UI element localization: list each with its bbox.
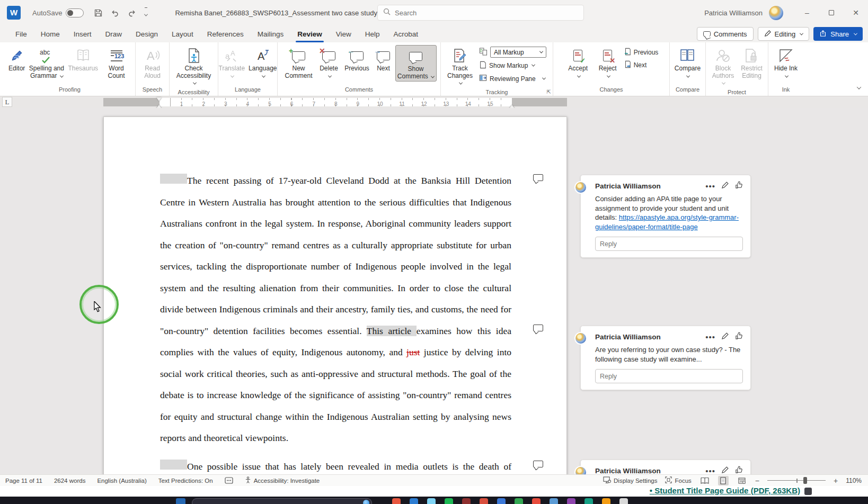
comment-anchor-icon[interactable]: [533, 174, 543, 181]
reply-input[interactable]: [595, 369, 743, 383]
like-comment-icon[interactable]: [735, 181, 743, 191]
taskbar-search-box[interactable]: [192, 498, 372, 504]
document-title[interactable]: Remisha Banet_266883_SWSP6013_Assessment…: [175, 9, 384, 17]
search-box[interactable]: [377, 5, 584, 21]
taskbar-start-icon[interactable]: [176, 498, 185, 504]
save-button[interactable]: [94, 9, 102, 17]
web-layout-button[interactable]: [737, 476, 747, 485]
tab-design[interactable]: Design: [129, 26, 165, 42]
taskbar-app-icon[interactable]: [497, 498, 506, 504]
previous-change-button[interactable]: Previous: [624, 47, 659, 58]
tab-mailings[interactable]: Mailings: [251, 26, 291, 42]
print-layout-button[interactable]: [718, 476, 729, 485]
accept-button[interactable]: ✓ Accept: [564, 45, 592, 80]
proofing-status-icon[interactable]: [225, 477, 233, 484]
more-options-icon[interactable]: •••: [705, 335, 715, 340]
comment-card[interactable]: Patricia Williamson ••• Consider adding …: [580, 175, 751, 258]
paragraph-2[interactable]: One possible issue that has lately been …: [160, 456, 511, 475]
accessibility-status[interactable]: Accessibility: Investigate: [245, 476, 320, 484]
taskbar-app-icon[interactable]: [462, 498, 471, 504]
tab-insert[interactable]: Insert: [67, 26, 99, 42]
new-comment-button[interactable]: + New Comment: [282, 45, 316, 80]
edit-comment-icon[interactable]: [721, 332, 729, 342]
ruler-band[interactable]: 1 2 3 4 5 6 7 8 9 10 11 12 13 14 15: [103, 98, 567, 106]
tab-help[interactable]: Help: [358, 26, 387, 42]
like-comment-icon[interactable]: [735, 466, 743, 474]
previous-comment-button[interactable]: ← Previous: [342, 45, 372, 74]
word-count-indicator[interactable]: 2624 words: [54, 478, 85, 484]
zoom-out-button[interactable]: −: [755, 476, 759, 485]
zoom-in-button[interactable]: +: [834, 476, 838, 485]
show-markup-button[interactable]: Show Markup: [479, 59, 546, 72]
like-comment-icon[interactable]: [735, 332, 743, 342]
markup-select[interactable]: All Markup: [490, 47, 546, 58]
tab-home[interactable]: Home: [34, 26, 67, 42]
tab-draw[interactable]: Draw: [99, 26, 129, 42]
autosave-toggle[interactable]: [66, 8, 84, 17]
tab-file[interactable]: File: [8, 26, 34, 42]
tab-layout[interactable]: Layout: [165, 26, 200, 42]
editor-button[interactable]: Editor: [7, 45, 26, 74]
redo-button[interactable]: [128, 9, 136, 17]
tab-review[interactable]: Review: [290, 26, 329, 42]
hide-ink-button[interactable]: Hide Ink: [771, 45, 801, 80]
taskbar-app-icon[interactable]: [619, 498, 628, 504]
compare-button[interactable]: Compare: [673, 45, 702, 80]
taskbar-app-icon[interactable]: [532, 498, 541, 504]
undo-button[interactable]: [111, 9, 119, 17]
tab-stop-selector[interactable]: L: [2, 97, 12, 107]
taskbar-app-icon[interactable]: [445, 498, 453, 504]
editing-mode-button[interactable]: Editing: [758, 27, 810, 41]
next-comment-button[interactable]: → Next: [373, 45, 395, 74]
tracking-dialog-launcher[interactable]: ⇱: [547, 89, 551, 95]
user-avatar[interactable]: [769, 6, 783, 20]
comment-card[interactable]: Patricia Williamson •••: [580, 460, 751, 474]
page-indicator[interactable]: Page 11 of 11: [5, 478, 42, 484]
more-options-icon[interactable]: •••: [705, 184, 715, 189]
taskbar-app-icon[interactable]: [567, 498, 575, 504]
minimize-button[interactable]: –: [795, 0, 819, 25]
share-button[interactable]: Share: [813, 27, 863, 41]
reviewing-pane-button[interactable]: Reviewing Pane: [479, 72, 546, 85]
tab-references[interactable]: References: [200, 26, 251, 42]
check-accessibility-button[interactable]: Check Accessibility: [172, 45, 215, 88]
track-changes-button[interactable]: Track Changes: [445, 45, 475, 88]
display-settings-button[interactable]: Display Settings: [603, 476, 657, 484]
read-mode-button[interactable]: [699, 476, 710, 485]
tab-view[interactable]: View: [329, 26, 358, 42]
show-comments-button[interactable]: Show Comments: [395, 45, 437, 82]
word-count-button[interactable]: 123 Word Count: [100, 45, 132, 80]
reject-button[interactable]: ✕ Reject: [595, 45, 621, 80]
maximize-button[interactable]: [819, 0, 844, 25]
taskbar-app-icon[interactable]: [602, 498, 610, 504]
text-predictions-indicator[interactable]: Text Predictions: On: [158, 478, 213, 484]
comment-anchor-icon[interactable]: [533, 325, 543, 331]
taskbar-app-icon[interactable]: [480, 498, 488, 504]
comments-toggle-button[interactable]: Comments: [697, 27, 754, 41]
taskbar-app-icon[interactable]: [584, 498, 593, 504]
tab-acrobat[interactable]: Acrobat: [387, 26, 426, 42]
language-button[interactable]: A Language: [247, 45, 278, 80]
zoom-level[interactable]: 110%: [846, 477, 862, 484]
taskbar-app-icon[interactable]: [427, 498, 436, 504]
edit-comment-icon[interactable]: [721, 466, 729, 474]
customize-qat-button[interactable]: [145, 7, 147, 19]
zoom-slider-knob[interactable]: [803, 477, 807, 484]
taskbar-app-icon[interactable]: [515, 498, 523, 504]
zoom-slider[interactable]: [767, 480, 826, 481]
spelling-grammar-button[interactable]: abc Spelling and Grammar: [27, 45, 66, 80]
taskbar-app-icon[interactable]: [392, 498, 401, 504]
focus-mode-button[interactable]: Focus: [665, 476, 691, 484]
comment-anchor-icon[interactable]: [533, 461, 543, 467]
collapse-ribbon-button[interactable]: [856, 82, 861, 92]
delete-comment-button[interactable]: ✕ Delete: [316, 45, 342, 80]
document-page[interactable]: The recent passing of 17-year-old Clevel…: [103, 116, 567, 474]
reply-input[interactable]: [595, 237, 743, 251]
word-logo-icon[interactable]: W: [7, 6, 21, 20]
user-name[interactable]: Patricia Williamson: [704, 9, 763, 17]
search-input[interactable]: [395, 9, 578, 17]
taskbar-app-icon[interactable]: [410, 498, 418, 504]
background-webpage-link[interactable]: Student Title Page Guide (PDF, 263KB): [650, 486, 800, 495]
more-options-icon[interactable]: •••: [705, 469, 715, 474]
taskbar-app-icon[interactable]: [550, 498, 558, 504]
